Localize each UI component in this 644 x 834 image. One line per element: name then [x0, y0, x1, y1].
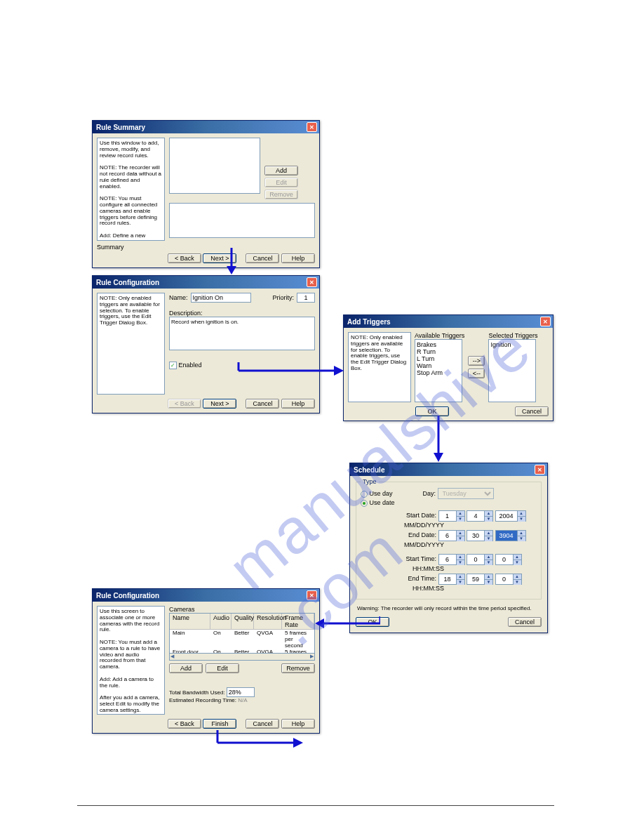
- edit-camera-button[interactable]: Edit: [206, 663, 239, 673]
- use-date-radio[interactable]: [361, 500, 368, 507]
- titlebar: Rule Summary ✕: [93, 121, 319, 133]
- add-trigger-button[interactable]: -->: [468, 356, 485, 366]
- back-button[interactable]: < Back: [168, 719, 201, 729]
- title: Rule Summary: [95, 124, 145, 131]
- title: Schedule: [352, 466, 384, 474]
- rectime-label: Estimated Recording Time:: [169, 697, 236, 703]
- titlebar: Add Triggers ✕: [344, 315, 553, 328]
- end-min-stepper[interactable]: ▲▼: [467, 574, 493, 585]
- svg-marker-1: [227, 266, 236, 274]
- sel-label: Selected Triggers: [488, 332, 537, 339]
- selected-triggers-list[interactable]: Ignition: [488, 339, 536, 402]
- help-button[interactable]: Help: [281, 719, 315, 729]
- add-camera-button[interactable]: Add: [169, 663, 203, 673]
- start-hour-stepper[interactable]: ▲▼: [438, 554, 465, 565]
- description-box[interactable]: Record when ignition is on.: [169, 317, 315, 350]
- use-day-radio[interactable]: [361, 491, 368, 498]
- end-sec-stepper[interactable]: ▲▼: [495, 574, 522, 585]
- info-panel: Use this window to add, remove, modify, …: [97, 138, 165, 241]
- date-format-label: MM/DD/YYYY: [404, 522, 444, 529]
- cancel-button[interactable]: Cancel: [246, 253, 279, 263]
- remove-button: Remove: [264, 190, 298, 199]
- table-header: Name Audio Quality Resolution Frame Rate: [170, 614, 314, 630]
- add-button[interactable]: Add: [264, 166, 298, 176]
- svg-marker-9: [315, 618, 324, 628]
- enabled-checkbox[interactable]: ✓: [169, 362, 177, 369]
- priority-label: Priority:: [272, 294, 294, 301]
- titlebar: Rule Configuration ✕: [93, 276, 319, 289]
- rule-list[interactable]: [169, 138, 260, 194]
- end-hour-stepper[interactable]: ▲▼: [438, 574, 465, 585]
- end-month-stepper[interactable]: ▲▼: [438, 530, 465, 541]
- remove-camera-button[interactable]: Remove: [281, 663, 315, 673]
- start-sec-stepper[interactable]: ▲▼: [495, 554, 522, 565]
- time-format-label: HH:MM:SS: [412, 585, 444, 592]
- list-item[interactable]: Brakes: [417, 341, 460, 348]
- start-day-stepper[interactable]: ▲▼: [467, 510, 493, 522]
- rectime-value: N/A: [238, 697, 247, 703]
- bandwidth-value: 28%: [227, 687, 255, 697]
- list-item[interactable]: L Turn: [417, 355, 460, 362]
- close-icon[interactable]: ✕: [540, 317, 551, 326]
- scroll-left-icon[interactable]: ◀: [170, 654, 174, 660]
- rule-config2-dialog: Rule Configuration ✕ Use this screen to …: [92, 588, 320, 734]
- desc-label: Description:: [169, 310, 315, 317]
- svg-marker-4: [334, 366, 344, 376]
- flow-arrow-icon: [224, 248, 239, 276]
- scrollbar[interactable]: ◀ ▶: [169, 654, 315, 661]
- svg-marker-6: [434, 453, 443, 462]
- close-icon[interactable]: ✕: [535, 465, 545, 475]
- end-year-stepper[interactable]: ▲▼: [495, 530, 526, 541]
- available-triggers-list[interactable]: Brakes R Turn L Turn Warn Stop Arm: [415, 339, 462, 402]
- scroll-right-icon[interactable]: ▶: [310, 654, 314, 660]
- close-icon[interactable]: ✕: [307, 122, 317, 132]
- schedule-dialog: Schedule ✕ Type Use day Day: Tuesday Use…: [349, 463, 548, 633]
- enabled-label: Enabled: [179, 362, 202, 369]
- list-item[interactable]: Stop Arm: [417, 369, 460, 376]
- table-row[interactable]: Main On Better QVGA 5 frames per second: [170, 630, 314, 649]
- end-date-label: End Date:: [404, 531, 436, 538]
- title: Rule Configuration: [95, 592, 159, 600]
- start-month-stepper[interactable]: ▲▼: [438, 510, 465, 522]
- finish-button[interactable]: Finish: [203, 719, 236, 729]
- date-format-label: MM/DD/YYYY: [404, 541, 444, 548]
- remove-trigger-button[interactable]: <--: [468, 369, 485, 378]
- table-row[interactable]: Front door On Better QVGA 5 frames per s…: [170, 649, 314, 654]
- cancel-button[interactable]: Cancel: [515, 406, 549, 416]
- start-min-stepper[interactable]: ▲▼: [467, 554, 493, 565]
- back-button[interactable]: < Back: [168, 253, 201, 263]
- start-time-label: Start Time:: [404, 555, 436, 562]
- warning-text: Warning: The recorder will only record w…: [353, 602, 544, 614]
- titlebar: Schedule ✕: [350, 463, 547, 476]
- priority-input[interactable]: [297, 293, 315, 303]
- flow-arrow-icon: [232, 362, 347, 418]
- info-panel: Use this screen to associate one or more…: [97, 606, 165, 715]
- help-button[interactable]: Help: [281, 253, 315, 263]
- info-panel: NOTE: Only enabled triggers are availabl…: [348, 332, 411, 402]
- end-day-stepper[interactable]: ▲▼: [467, 530, 493, 541]
- svg-marker-12: [293, 738, 303, 748]
- time-format-label: HH:MM:SS: [412, 565, 444, 572]
- name-input[interactable]: [191, 293, 251, 303]
- cancel-button[interactable]: Cancel: [246, 719, 279, 729]
- list-item[interactable]: Ignition: [490, 341, 534, 348]
- start-year-stepper[interactable]: ▲▼: [495, 510, 526, 522]
- close-icon[interactable]: ✕: [307, 277, 317, 287]
- ok-button[interactable]: OK: [415, 406, 449, 416]
- end-time-label: End Time:: [404, 575, 436, 582]
- use-date-label: Use date: [370, 499, 395, 506]
- info-panel: NOTE: Only enabled triggers are availabl…: [97, 293, 165, 395]
- page-footer-rule: [77, 805, 554, 806]
- flow-arrow-icon: [431, 416, 445, 465]
- bandwidth-label: Total Bandwidth Used:: [169, 689, 225, 696]
- cameras-table[interactable]: Name Audio Quality Resolution Frame Rate…: [169, 613, 315, 654]
- list-item[interactable]: Warn: [417, 362, 460, 369]
- cancel-button[interactable]: Cancel: [508, 617, 542, 627]
- title: Rule Configuration: [95, 279, 159, 286]
- back-button: < Back: [168, 399, 201, 409]
- name-label: Name:: [169, 294, 188, 301]
- close-icon[interactable]: ✕: [307, 590, 317, 600]
- edit-button: Edit: [264, 178, 298, 187]
- list-item[interactable]: R Turn: [417, 348, 460, 355]
- start-date-label: Start Date:: [404, 512, 436, 519]
